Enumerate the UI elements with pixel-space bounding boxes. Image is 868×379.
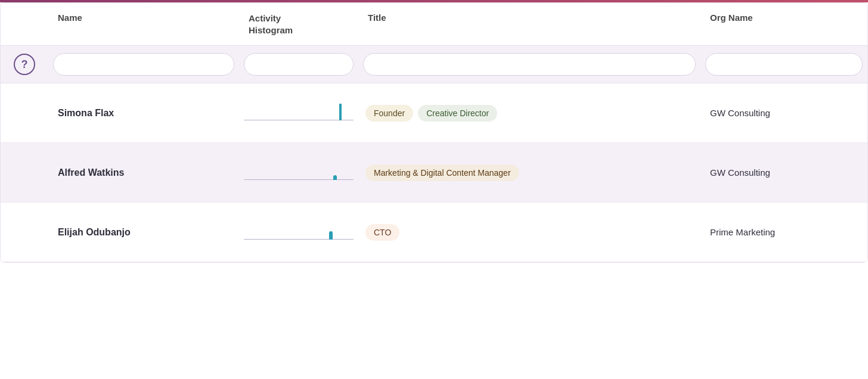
- title-cell: CTO: [358, 224, 700, 241]
- activity-filter-input[interactable]: [244, 53, 354, 76]
- org-name: Prime Marketing: [700, 227, 867, 237]
- contact-name: Alfred Watkins: [48, 167, 239, 178]
- table-header: Name ActivityHistogram Title Org Name: [1, 3, 867, 46]
- filter-row: ?: [1, 46, 867, 83]
- title-cell: Marketing & Digital Content Manager: [358, 164, 700, 181]
- activity-histogram: [239, 218, 358, 247]
- header-name: Name: [48, 13, 239, 36]
- title-filter-input[interactable]: [363, 53, 696, 76]
- header-empty: [1, 13, 48, 36]
- title-badge-cto: CTO: [365, 224, 399, 241]
- header-title: Title: [358, 13, 700, 36]
- histogram-bar: [333, 175, 337, 180]
- org-name: GW Consulting: [700, 108, 867, 118]
- contacts-table: Name ActivityHistogram Title Org Name ? …: [0, 2, 868, 263]
- contact-name: Elijah Odubanjo: [48, 227, 239, 238]
- title-cell: Founder Creative Director: [358, 105, 700, 122]
- histogram-bar: [329, 231, 333, 240]
- histogram-baseline: [244, 179, 354, 180]
- activity-histogram: [239, 158, 358, 188]
- title-badge-creative-director: Creative Director: [418, 105, 497, 122]
- org-name: GW Consulting: [700, 167, 867, 178]
- title-badge-founder: Founder: [365, 105, 413, 122]
- table-row: Elijah Odubanjo CTO Prime Marketing: [1, 203, 867, 262]
- activity-histogram: [239, 98, 358, 128]
- contact-name: Simona Flax: [48, 108, 239, 119]
- histogram-baseline: [244, 120, 354, 120]
- header-org: Org Name: [700, 13, 867, 36]
- table-row: Simona Flax Founder Creative Director GW…: [1, 83, 867, 143]
- filter-icon-cell: ?: [1, 54, 48, 75]
- histogram-bar: [339, 104, 342, 120]
- table-row: Alfred Watkins Marketing & Digital Conte…: [1, 143, 867, 203]
- name-filter-input[interactable]: [53, 53, 234, 76]
- histogram-baseline: [244, 239, 354, 240]
- title-badge-marketing: Marketing & Digital Content Manager: [365, 164, 519, 181]
- header-activity: ActivityHistogram: [239, 13, 358, 36]
- help-icon[interactable]: ?: [14, 54, 35, 75]
- org-filter-input[interactable]: [705, 53, 863, 76]
